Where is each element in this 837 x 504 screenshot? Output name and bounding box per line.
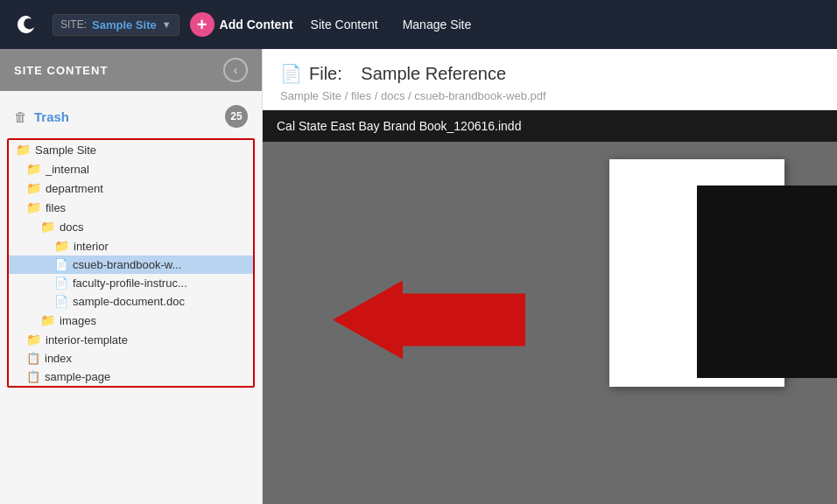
breadcrumb-sep1: / (345, 89, 351, 102)
tree-item-docs[interactable]: 📁 docs (9, 217, 253, 236)
title-prefix: File: (309, 64, 342, 84)
breadcrumb-site[interactable]: Sample Site (280, 89, 341, 102)
tree-item-faculty-profile[interactable]: 📄 faculty-profile-instruc... (9, 274, 253, 292)
folder-icon: 📁 (26, 162, 41, 176)
preview-document-dark (697, 186, 837, 378)
page-icon: 📋 (26, 370, 40, 383)
tree-item-internal[interactable]: 📁 _internal (9, 159, 253, 178)
arrow-indicator (333, 281, 525, 362)
content-title: 📄 File: Sample Reference (280, 63, 819, 84)
trash-label: Trash (34, 109, 69, 124)
tree-item-sample-site[interactable]: 📁 Sample Site (9, 140, 253, 159)
page-icon: 📋 (26, 352, 40, 365)
tree-item-interior[interactable]: 📁 interior (9, 236, 253, 256)
content-area: 📄 File: Sample Reference Sample Site / f… (263, 49, 837, 504)
folder-icon: 📁 (26, 332, 41, 346)
file-icon: 📄 (54, 276, 68, 290)
preview-filename: Cal State East Bay Brand Book_120616.ind… (263, 110, 837, 142)
breadcrumb-file[interactable]: csueb-brandbook-web.pdf (414, 89, 545, 102)
site-content-link[interactable]: Site Content (304, 14, 385, 35)
add-content-button[interactable]: + Add Content (190, 12, 293, 37)
tree-item-interior-template[interactable]: 📁 interior-template (9, 330, 253, 349)
breadcrumb-docs[interactable]: docs (381, 89, 404, 102)
sidebar-body: 🗑 Trash 25 📁 Sample Site 📁 _internal 📁 d… (0, 91, 262, 504)
file-tree: 📁 Sample Site 📁 _internal 📁 department 📁… (7, 138, 255, 388)
trash-row[interactable]: 🗑 Trash 25 (0, 98, 262, 135)
breadcrumb: Sample Site / files / docs / csueb-brand… (280, 89, 819, 102)
collapse-sidebar-button[interactable]: ‹ (223, 58, 248, 82)
file-title-icon: 📄 (280, 63, 302, 84)
tree-item-index[interactable]: 📋 index (9, 349, 253, 368)
file-icon: 📄 (54, 258, 68, 271)
tree-item-department[interactable]: 📁 department (9, 178, 253, 198)
folder-icon: 📁 (40, 313, 55, 327)
site-name: Sample Site (92, 18, 157, 32)
tree-item-images[interactable]: 📁 images (9, 311, 253, 330)
sidebar-title: SITE CONTENT (14, 64, 108, 77)
folder-icon: 📁 (40, 220, 55, 234)
svg-marker-0 (333, 281, 525, 360)
add-content-label: Add Content (220, 18, 293, 32)
tree-item-csueb-brandbook[interactable]: 📄 csueb-brandbook-w... (9, 256, 253, 274)
folder-icon: 📁 (26, 200, 41, 214)
top-navigation: SITE: Sample Site ▼ + Add Content Site C… (0, 0, 837, 49)
folder-icon: 📁 (26, 181, 41, 195)
file-icon: 📄 (54, 295, 68, 308)
sidebar: SITE CONTENT ‹ 🗑 Trash 25 📁 Sample Site (0, 49, 263, 504)
folder-icon: 📁 (54, 239, 69, 253)
site-dropdown-icon: ▼ (162, 19, 172, 30)
main-layout: SITE CONTENT ‹ 🗑 Trash 25 📁 Sample Site (0, 49, 837, 504)
add-icon: + (190, 12, 215, 37)
app-logo[interactable] (11, 9, 42, 40)
preview-area: Cal State East Bay Brand Book_120616.ind… (263, 110, 837, 504)
tree-item-sample-document[interactable]: 📄 sample-document.doc (9, 292, 253, 311)
breadcrumb-files[interactable]: files (351, 89, 371, 102)
title-name: Sample Reference (361, 64, 506, 84)
folder-icon: 📁 (16, 143, 31, 157)
site-selector[interactable]: SITE: Sample Site ▼ (53, 14, 179, 36)
trash-left: 🗑 Trash (14, 109, 69, 124)
tree-item-files[interactable]: 📁 files (9, 198, 253, 217)
collapse-icon: ‹ (234, 63, 238, 77)
tree-item-sample-page[interactable]: 📋 sample-page (9, 368, 253, 386)
sidebar-header: SITE CONTENT ‹ (0, 49, 262, 91)
preview-content (263, 142, 837, 500)
site-label: SITE: (60, 18, 87, 31)
manage-site-link[interactable]: Manage Site (396, 14, 479, 35)
trash-icon: 🗑 (14, 109, 27, 124)
trash-count-badge: 25 (225, 105, 248, 128)
breadcrumb-sep2: / (375, 89, 381, 102)
content-header: 📄 File: Sample Reference Sample Site / f… (263, 49, 837, 110)
